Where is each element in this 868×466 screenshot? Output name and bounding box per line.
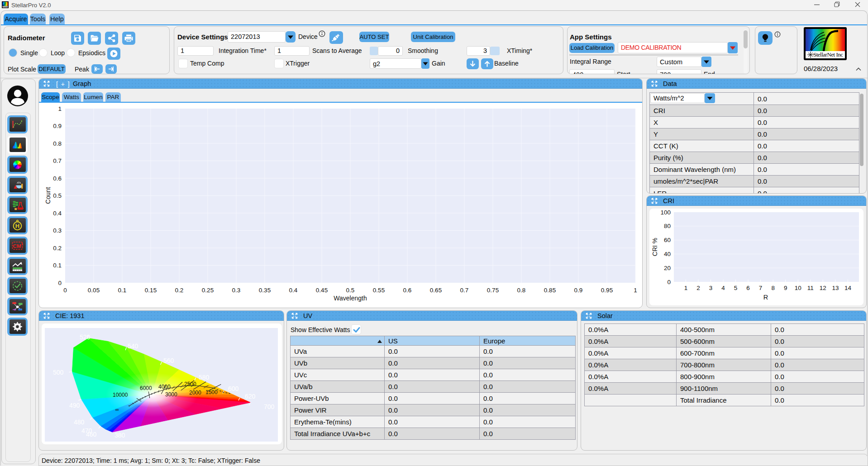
svg-text:1500: 1500 — [205, 389, 218, 395]
svg-text:10000: 10000 — [113, 392, 128, 398]
svg-text:2000: 2000 — [189, 390, 201, 396]
svg-text:6000: 6000 — [140, 385, 152, 391]
svg-text:490: 490 — [69, 402, 80, 409]
svg-text:540: 540 — [128, 342, 138, 350]
svg-text:3000: 3000 — [165, 391, 177, 398]
svg-text:560: 560 — [163, 357, 174, 364]
svg-text:480: 480 — [74, 418, 85, 426]
svg-text:H: H — [15, 223, 19, 229]
svg-text:620: 620 — [245, 393, 256, 400]
svg-text:520: 520 — [80, 333, 91, 341]
svg-text:500: 500 — [53, 369, 64, 376]
svg-text:StellarNet Inc: StellarNet Inc — [813, 51, 843, 58]
svg-text:580: 580 — [199, 374, 210, 381]
svg-text:700: 700 — [264, 403, 275, 410]
svg-text:StellarNet: StellarNet — [3, 6, 9, 8]
svg-text:600: 600 — [228, 385, 239, 392]
svg-text:2500: 2500 — [184, 381, 196, 387]
svg-text:380: 380 — [114, 432, 125, 439]
svg-text:4000: 4000 — [158, 384, 171, 390]
svg-text:∞: ∞ — [115, 407, 119, 412]
svg-text:-1: -1 — [20, 242, 24, 246]
svg-text:460: 460 — [86, 431, 97, 438]
